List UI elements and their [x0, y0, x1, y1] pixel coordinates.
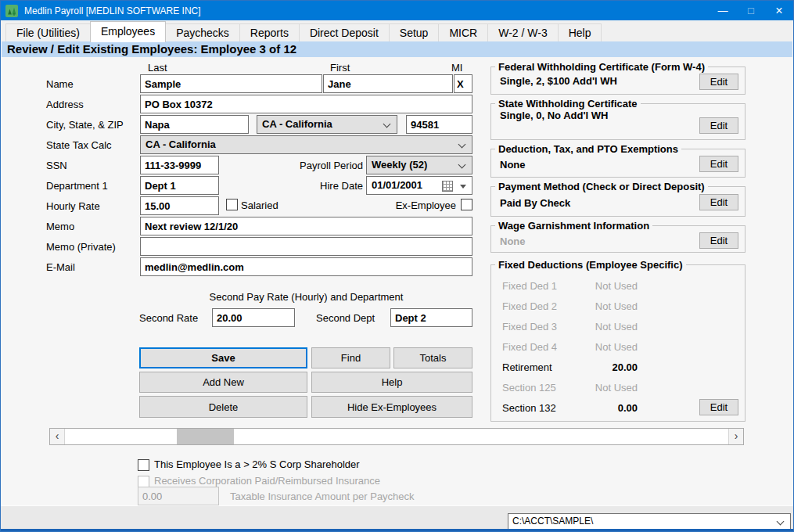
tab-micr[interactable]: MICR [438, 23, 488, 42]
state-tax-calc-select[interactable]: CA - California [140, 135, 472, 154]
tab-help[interactable]: Help [558, 23, 602, 42]
address-field[interactable] [140, 95, 472, 113]
fixed-ded-3-label: Fixed Ded 3 [502, 321, 557, 332]
insurance-amount-label: Taxable Insurance Amount per Paycheck [230, 491, 415, 502]
find-button[interactable]: Find [311, 347, 390, 368]
title-bar: Medlin Payroll [MEDLIN SOFTWARE INC] — □… [1, 1, 793, 20]
tab-w2-w3[interactable]: W-2 / W-3 [487, 23, 559, 42]
retirement-label: Retirement [502, 361, 552, 373]
payroll-period-value: Weekly (52) [372, 159, 427, 171]
fixed-ded-2-label: Fixed Ded 2 [502, 300, 557, 312]
col-header-mi: MI [451, 62, 462, 74]
app-window: Medlin Payroll [MEDLIN SOFTWARE INC] — □… [0, 0, 794, 532]
tab-employees[interactable]: Employees [90, 21, 166, 42]
scroll-left-icon[interactable]: ‹ [50, 429, 65, 444]
totals-button[interactable]: Totals [393, 347, 472, 368]
close-icon[interactable]: × [765, 1, 793, 20]
federal-withholding-panel: Federal Withholding Certificate (Form W-… [490, 66, 745, 95]
wage-garnishment-panel: Wage Garnishment Information None Edit [490, 225, 745, 253]
federal-withholding-title: Federal Withholding Certificate (Form W-… [495, 61, 708, 73]
col-header-first: First [330, 62, 350, 74]
page-title: Review / Edit Existing Employees: Employ… [2, 41, 792, 57]
hire-date-picker[interactable]: 01/01/2001 [366, 176, 472, 195]
memo-private-field[interactable] [140, 237, 472, 256]
hourly-rate-field[interactable] [140, 196, 219, 215]
insurance-amount-field [138, 487, 219, 505]
chevron-down-icon [458, 161, 466, 169]
col-header-last: Last [148, 62, 167, 74]
wage-garnishment-title: Wage Garnishment Information [495, 220, 652, 232]
exemptions-edit-button[interactable]: Edit [699, 156, 738, 172]
tab-bar: File (Utilities) Employees Paychecks Rep… [1, 20, 793, 41]
maximize-icon[interactable]: □ [737, 1, 765, 20]
zip-field[interactable] [406, 115, 472, 134]
second-dept-label: Second Dept [316, 312, 375, 324]
state-withholding-edit-button[interactable]: Edit [699, 117, 738, 134]
salaried-checkbox[interactable] [226, 199, 238, 210]
memo-private-label: Memo (Private) [46, 241, 116, 253]
horizontal-scrollbar[interactable]: ‹ › [49, 428, 744, 445]
payment-method-title: Payment Method (Check or Direct Deposit) [495, 181, 708, 192]
wage-garnishment-edit-button[interactable]: Edit [699, 232, 738, 249]
hire-date-value: 01/01/2001 [372, 179, 422, 191]
city-field[interactable] [140, 115, 249, 134]
scroll-right-icon[interactable]: › [728, 429, 743, 444]
payroll-period-select[interactable]: Weekly (52) [366, 156, 472, 174]
memo-field[interactable] [140, 217, 472, 235]
tab-setup[interactable]: Setup [389, 23, 440, 42]
delete-button[interactable]: Delete [139, 396, 307, 418]
tab-reports[interactable]: Reports [239, 23, 300, 42]
minimize-icon[interactable]: — [709, 1, 737, 20]
tab-direct-deposit[interactable]: Direct Deposit [299, 23, 390, 42]
first-name-field[interactable] [323, 74, 453, 93]
data-path-select[interactable]: C:\ACCT\SAMPLE\ [508, 513, 791, 530]
second-pay-section-title: Second Pay Rate (Hourly) and Department [140, 291, 472, 303]
last-name-field[interactable] [140, 74, 322, 93]
middle-initial-field[interactable] [454, 74, 472, 93]
retirement-value: 20.00 [566, 361, 638, 373]
s-corp-label: This Employee Is a > 2% S Corp Sharehold… [154, 458, 360, 470]
payroll-period-label: Payroll Period [273, 160, 363, 171]
address-label: Address [46, 99, 84, 110]
tab-file-utilities[interactable]: File (Utilities) [5, 23, 91, 42]
section-125-value: Not Used [566, 382, 638, 394]
fixed-ded-2-value: Not Used [566, 300, 638, 312]
ssn-label: SSN [46, 160, 67, 171]
fixed-ded-4-label: Fixed Ded 4 [502, 341, 557, 353]
dropdown-arrow-icon [460, 185, 466, 189]
state-select[interactable]: CA - California [257, 115, 397, 134]
add-new-button[interactable]: Add New [139, 372, 307, 393]
ssn-field[interactable] [140, 156, 219, 174]
email-field[interactable] [140, 257, 472, 276]
federal-withholding-edit-button[interactable]: Edit [699, 74, 738, 90]
hire-date-label: Hire Date [273, 180, 363, 192]
second-dept-field[interactable] [390, 308, 472, 327]
payment-method-value: Paid By Check [500, 197, 570, 209]
memo-label: Memo [46, 221, 74, 232]
fixed-ded-4-value: Not Used [566, 341, 638, 353]
tab-paychecks[interactable]: Paychecks [165, 23, 240, 42]
save-button[interactable]: Save [139, 347, 307, 368]
ex-employee-label: Ex-Employee [345, 200, 456, 211]
hide-ex-employees-button[interactable]: Hide Ex-Employees [311, 396, 472, 418]
name-label: Name [46, 78, 74, 90]
fixed-deductions-panel: Fixed Deductions (Employee Specific) Fix… [490, 264, 745, 422]
department1-field[interactable] [140, 176, 219, 195]
fixed-ded-1-value: Not Used [566, 280, 638, 292]
second-rate-field[interactable] [212, 308, 295, 327]
fixed-deductions-edit-button[interactable]: Edit [699, 399, 738, 415]
state-withholding-title: State Withholding Certificate [495, 98, 641, 110]
state-select-value: CA - California [262, 118, 332, 130]
scrollbar-thumb[interactable] [177, 429, 234, 444]
chevron-down-icon [383, 120, 391, 128]
chevron-down-icon [458, 141, 466, 149]
help-button[interactable]: Help [311, 372, 472, 393]
state-withholding-panel: State Withholding Certificate Single, 0,… [490, 103, 745, 140]
section-132-value: 0.00 [566, 402, 638, 414]
insurance-label: Receives Corporation Paid/Reimbursed Ins… [154, 475, 380, 487]
wage-garnishment-value: None [500, 235, 526, 247]
ex-employee-checkbox[interactable] [461, 199, 472, 210]
payment-method-edit-button[interactable]: Edit [699, 194, 738, 210]
insurance-checkbox [138, 476, 149, 487]
s-corp-checkbox[interactable] [138, 459, 149, 471]
